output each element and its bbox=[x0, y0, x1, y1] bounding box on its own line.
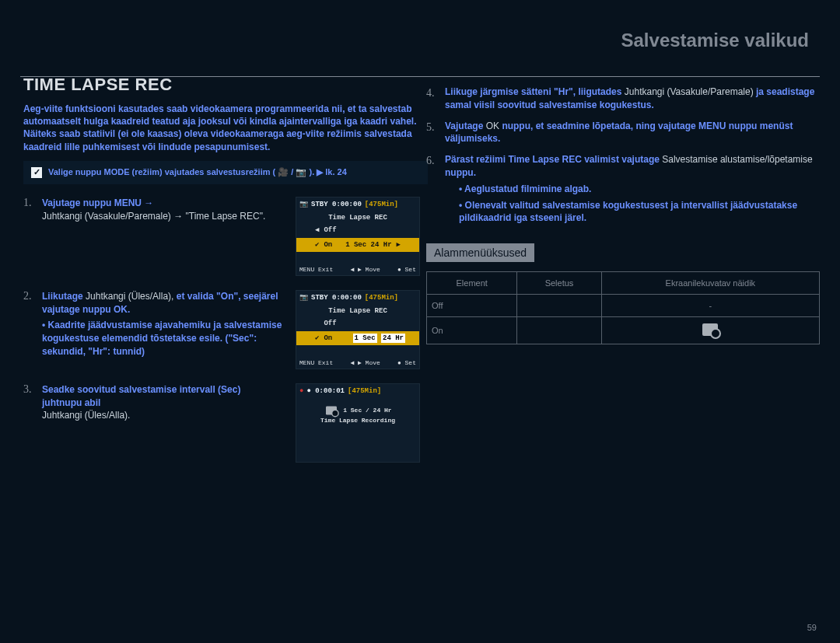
step6-bullet2: • Olenevalt valitud salvestamise kogukes… bbox=[459, 199, 820, 225]
table-row: On bbox=[427, 317, 820, 344]
th-desc: Seletus bbox=[517, 272, 601, 295]
step-1: 1. Vajutage nuppu MENU → Juhtkangi (Vasa… bbox=[23, 197, 420, 276]
step-2: 2. Liikutage Juhtkangi (Üles/Alla), et v… bbox=[23, 290, 420, 369]
th-element: Element bbox=[427, 272, 517, 295]
step-number: 4. bbox=[426, 86, 439, 112]
lcd3-content: 1 Sec / 24 Hr Time Lapse Recording bbox=[296, 404, 419, 425]
table-row: Off - bbox=[427, 295, 820, 317]
step3-bold: Seadke soovitud salvestamise intervall (… bbox=[42, 384, 240, 408]
header-rule bbox=[20, 76, 820, 77]
step-6: 6. Pärast režiimi Time Lapse REC valimis… bbox=[426, 153, 820, 225]
right-steps: 4. Liikuge järgmise sätteni "Hr", liigut… bbox=[426, 86, 820, 344]
cell-element: On bbox=[427, 317, 517, 344]
submenu-table: Element Seletus Ekraanilekuvatav näidik … bbox=[426, 271, 820, 344]
step5-bold: Vajutage bbox=[445, 121, 483, 131]
lcd-screenshot-2: 📷 STBY 0:00:00 [475Min] Time Lapse REC O… bbox=[296, 290, 420, 369]
manual-page: Salvestamise valikud TIME LAPSE REC Aeg-… bbox=[0, 0, 840, 643]
step-4: 4. Liikuge järgmise sätteni "Hr", liigut… bbox=[426, 86, 820, 112]
section-header: Salvestamise valikud bbox=[621, 30, 809, 51]
lcd1-row-off: ◀Off bbox=[296, 223, 419, 238]
camera-icon: 📷 bbox=[299, 200, 308, 210]
step-3: 3. Seadke soovitud salvestamise interval… bbox=[23, 383, 420, 463]
th-icon: Ekraanilekuvatav näidik bbox=[601, 272, 819, 295]
lcd1-title: Time Lapse REC bbox=[296, 213, 419, 223]
step5-rest: OK bbox=[486, 121, 502, 131]
timelapse-icon bbox=[326, 407, 337, 415]
step-number: 3. bbox=[23, 383, 36, 396]
lcd2-row-off: Off bbox=[296, 316, 419, 331]
page-number: 59 bbox=[807, 623, 817, 632]
lcd2-stby: STBY 0:00:00 bbox=[311, 293, 362, 303]
step6-rest: Salvestamise alustamise/lõpetamise bbox=[662, 154, 812, 165]
lcd2-row-on: ✔On1 Sec 24 Hr bbox=[296, 331, 419, 346]
step6-bullet1: • Aeglustatud filmimine algab. bbox=[459, 183, 820, 196]
cell-desc bbox=[517, 295, 601, 317]
note-text: Valige nuppu MODE (režiim) vajutades sal… bbox=[48, 167, 347, 177]
lcd3-remain: [475Min] bbox=[348, 386, 381, 397]
cell-desc bbox=[517, 317, 601, 344]
cell-icon bbox=[601, 317, 819, 344]
lcd2-title: Time Lapse REC bbox=[296, 306, 419, 316]
lcd1-stby: STBY 0:00:00 bbox=[311, 200, 362, 210]
step3-rest: Juhtkangi (Üles/Alla). bbox=[42, 410, 130, 421]
record-icon: ● bbox=[299, 386, 303, 397]
step4-rest: Juhtkangi (Vasakule/Paremale) bbox=[625, 86, 754, 97]
lcd1-remain: [475Min] bbox=[365, 200, 398, 210]
intro-paragraph: Aeg-viite funktsiooni kasutades saab vid… bbox=[23, 103, 428, 153]
lcd1-bottom: MENU Exit ◀ ▶ Move ● Set bbox=[296, 265, 419, 274]
check-icon: ✓ bbox=[31, 167, 42, 178]
step-5: 5. Vajutage OK nuppu, et seadmine lõpeta… bbox=[426, 120, 820, 146]
lcd-screenshot-1: 📷 STBY 0:00:00 [475Min] Time Lapse REC ◀… bbox=[296, 197, 420, 276]
sub-heading-bar: Alammenüüksused bbox=[426, 243, 534, 262]
camera-icon: 📷 bbox=[299, 293, 308, 303]
timelapse-icon bbox=[702, 323, 718, 336]
cell-element: Off bbox=[427, 295, 517, 317]
note-box: ✓ Valige nuppu MODE (režiim) vajutades s… bbox=[23, 161, 428, 184]
step1-rest: Juhtkangi (Vasakule/Paremale) → "Time La… bbox=[42, 211, 265, 222]
lcd-screenshot-3: ● ● 0:00:01 [475Min] 1 Sec / 24 Hr Time … bbox=[296, 383, 420, 463]
step1-bold: Vajutage nuppu MENU → bbox=[42, 197, 153, 208]
step4-bold: Liikuge järgmise sätteni "Hr", liigutade… bbox=[445, 86, 621, 97]
lcd2-remain: [475Min] bbox=[365, 293, 398, 303]
step2-bold: Liikutage bbox=[42, 291, 83, 302]
step-number: 6. bbox=[426, 153, 439, 225]
lcd2-bottom: MENU Exit ◀ ▶ Move ● Set bbox=[296, 358, 419, 367]
step2-pre: Juhtkangi (Üles/Alla), bbox=[86, 291, 173, 302]
step-number: 1. bbox=[23, 197, 36, 209]
step6-bold: Pärast režiimi Time Lapse REC valimist v… bbox=[445, 154, 660, 165]
lcd1-row-on: ✔On1 Sec 24 Hr▶ bbox=[296, 238, 419, 253]
step-number: 5. bbox=[426, 120, 439, 146]
step-number: 2. bbox=[23, 290, 36, 302]
step2-bullet: • Kaadrite jäädvustamise ajavahemiku ja … bbox=[42, 319, 283, 358]
lcd3-time: ● 0:00:01 bbox=[306, 386, 345, 397]
table-header-row: Element Seletus Ekraanilekuvatav näidik bbox=[427, 272, 820, 295]
step6-bold2: nuppu. bbox=[445, 167, 476, 178]
cell-icon: - bbox=[601, 295, 819, 317]
